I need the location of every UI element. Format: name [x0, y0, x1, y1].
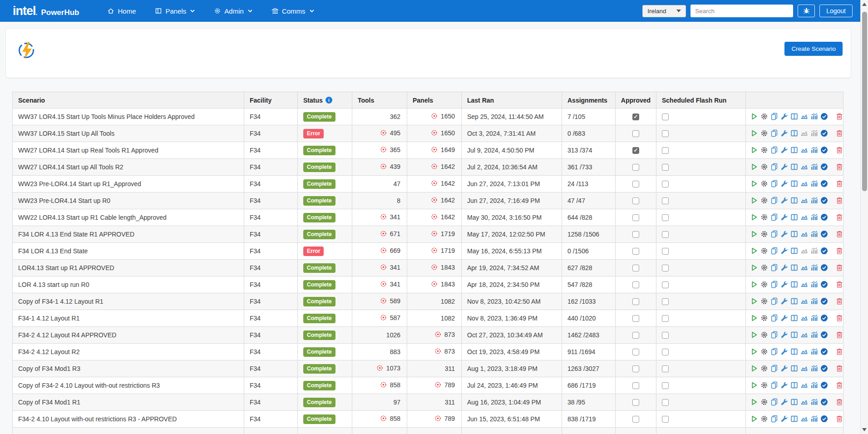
wrench-icon[interactable]: [780, 381, 788, 390]
approved-checkbox[interactable]: [632, 298, 639, 305]
bar-chart-icon[interactable]: [810, 264, 818, 272]
settings-icon[interactable]: [760, 163, 768, 171]
run-icon[interactable]: [750, 398, 758, 406]
check-circle-icon[interactable]: [820, 398, 828, 406]
check-circle-icon[interactable]: [820, 163, 828, 171]
scheduled-flash-run-checkbox[interactable]: [662, 113, 669, 120]
check-circle-icon[interactable]: [820, 365, 828, 373]
copy-icon[interactable]: [770, 163, 778, 171]
scheduled-flash-run-checkbox[interactable]: [662, 147, 669, 154]
scheduled-flash-run-checkbox[interactable]: [662, 332, 669, 339]
run-icon[interactable]: [750, 230, 758, 238]
table-columns-icon[interactable]: [790, 163, 798, 171]
copy-icon[interactable]: [770, 146, 778, 154]
settings-icon[interactable]: [760, 247, 768, 255]
copy-icon[interactable]: [770, 180, 778, 188]
bar-chart-icon[interactable]: [810, 230, 818, 238]
bar-chart-icon[interactable]: [810, 213, 818, 222]
approved-checkbox[interactable]: [632, 265, 639, 271]
area-chart-icon[interactable]: [800, 180, 808, 188]
settings-icon[interactable]: [760, 365, 768, 373]
run-icon[interactable]: [750, 314, 758, 322]
wrench-icon[interactable]: [780, 146, 788, 154]
wrench-icon[interactable]: [780, 365, 788, 373]
copy-icon[interactable]: [770, 297, 778, 306]
trash-icon[interactable]: [836, 129, 843, 138]
check-circle-icon[interactable]: [820, 146, 828, 154]
nav-item-panels[interactable]: Panels: [155, 7, 195, 15]
bar-chart-icon[interactable]: [810, 113, 818, 121]
check-circle-icon[interactable]: [820, 129, 828, 138]
copy-icon[interactable]: [770, 365, 778, 373]
info-icon[interactable]: i: [326, 97, 332, 104]
table-columns-icon[interactable]: [790, 146, 798, 154]
area-chart-icon[interactable]: [800, 163, 808, 171]
area-chart-icon[interactable]: [800, 146, 808, 154]
area-chart-icon[interactable]: [800, 281, 808, 289]
copy-icon[interactable]: [770, 247, 778, 255]
settings-icon[interactable]: [760, 281, 768, 289]
approved-checkbox[interactable]: [632, 349, 639, 355]
check-circle-icon[interactable]: [820, 381, 828, 390]
approved-checkbox[interactable]: [632, 382, 639, 389]
settings-icon[interactable]: [760, 398, 768, 406]
scheduled-flash-run-checkbox[interactable]: [662, 416, 669, 423]
scheduled-flash-run-checkbox[interactable]: [662, 265, 669, 271]
area-chart-icon[interactable]: [800, 230, 808, 238]
bug-report-button[interactable]: [798, 5, 815, 17]
wrench-icon[interactable]: [780, 331, 788, 339]
table-columns-icon[interactable]: [790, 331, 798, 339]
bar-chart-icon[interactable]: [810, 381, 818, 390]
nav-item-admin[interactable]: Admin: [214, 7, 252, 15]
table-columns-icon[interactable]: [790, 314, 798, 322]
check-circle-icon[interactable]: [820, 197, 828, 205]
run-icon[interactable]: [750, 163, 758, 171]
copy-icon[interactable]: [770, 415, 778, 423]
check-circle-icon[interactable]: [820, 348, 828, 356]
trash-icon[interactable]: [836, 398, 843, 406]
trash-icon[interactable]: [836, 146, 843, 154]
settings-icon[interactable]: [760, 146, 768, 154]
approved-checkbox[interactable]: [632, 181, 639, 187]
bar-chart-icon[interactable]: [810, 348, 818, 356]
table-columns-icon[interactable]: [790, 197, 798, 205]
wrench-icon[interactable]: [780, 213, 788, 222]
bar-chart-icon[interactable]: [810, 297, 818, 306]
bar-chart-icon[interactable]: [810, 415, 818, 423]
settings-icon[interactable]: [760, 230, 768, 238]
bar-chart-icon[interactable]: [810, 398, 818, 406]
run-icon[interactable]: [750, 281, 758, 289]
settings-icon[interactable]: [760, 415, 768, 423]
scheduled-flash-run-checkbox[interactable]: [662, 130, 669, 137]
bar-chart-icon[interactable]: [810, 197, 818, 205]
wrench-icon[interactable]: [780, 180, 788, 188]
check-circle-icon[interactable]: [820, 230, 828, 238]
approved-checkbox[interactable]: [632, 214, 639, 221]
copy-icon[interactable]: [770, 264, 778, 272]
trash-icon[interactable]: [836, 264, 843, 272]
check-circle-icon[interactable]: [820, 297, 828, 306]
area-chart-icon[interactable]: [800, 264, 808, 272]
approved-checkbox[interactable]: [632, 147, 639, 154]
approved-checkbox[interactable]: [632, 416, 639, 423]
region-select[interactable]: Ireland: [642, 5, 686, 17]
settings-icon[interactable]: [760, 264, 768, 272]
table-columns-icon[interactable]: [790, 297, 798, 306]
area-chart-icon[interactable]: [800, 348, 808, 356]
trash-icon[interactable]: [836, 331, 843, 339]
trash-icon[interactable]: [836, 381, 843, 390]
wrench-icon[interactable]: [780, 314, 788, 322]
scheduled-flash-run-checkbox[interactable]: [662, 164, 669, 171]
table-columns-icon[interactable]: [790, 264, 798, 272]
copy-icon[interactable]: [770, 230, 778, 238]
search-input[interactable]: [690, 5, 793, 17]
copy-icon[interactable]: [770, 197, 778, 205]
settings-icon[interactable]: [760, 129, 768, 138]
table-columns-icon[interactable]: [790, 247, 798, 255]
logout-button[interactable]: Logout: [819, 5, 853, 17]
trash-icon[interactable]: [836, 163, 843, 171]
bar-chart-icon[interactable]: [810, 331, 818, 339]
settings-icon[interactable]: [760, 348, 768, 356]
settings-icon[interactable]: [760, 197, 768, 205]
approved-checkbox[interactable]: [632, 113, 639, 120]
